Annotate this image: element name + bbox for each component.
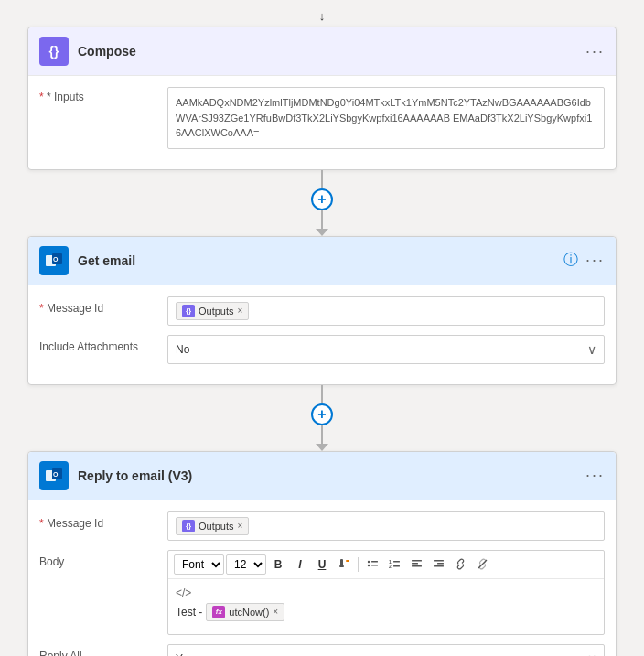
outputs-token-1: {} Outputs × [176,302,249,320]
include-attachments-row: Include Attachments No ∨ [39,335,605,364]
get-email-title: Get email [78,253,564,268]
underline-button[interactable]: U [312,554,332,575]
outlook-icon-2: O [39,461,69,490]
compose-inputs-text[interactable]: AAMkADQxNDM2YzlmlTljMDMtNDg0Yi04MTkxLTk1… [167,87,605,149]
compose-header: {} Compose ··· [28,27,616,76]
align-right-button[interactable] [428,554,448,575]
get-email-messageid-row: Message Id {} Outputs × [39,296,605,326]
svg-rect-16 [393,565,400,567]
get-email-body: Message Id {} Outputs × Include Attachme… [28,285,616,384]
svg-rect-6 [340,559,343,566]
reply-email-body: Message Id {} Outputs × Body Font [28,500,616,657]
svg-point-9 [367,561,369,563]
connector-arrow-1 [316,229,328,236]
svg-rect-17 [412,560,422,562]
editor-text: Test - [176,606,202,618]
chevron-down-icon-1: ∨ [587,342,596,357]
unlink-button[interactable] [472,554,492,575]
utc-token-label: utcNow() [229,607,269,618]
get-email-header: O Get email ⓘ ··· [28,237,616,285]
svg-rect-10 [371,561,378,563]
link-button[interactable] [450,554,470,575]
connector-line-2 [321,385,323,403]
token-close-1[interactable]: × [238,306,243,316]
outputs-token-2: {} Outputs × [176,517,249,535]
reply-all-value: Yes ∨ [167,644,605,657]
reply-email-header: O Reply to email (V3) ··· [28,452,616,500]
compose-inputs-label: * Inputs [39,87,167,103]
svg-rect-12 [371,565,378,566]
token-label-2: Outputs [199,521,234,532]
connector-1: + [27,170,617,236]
reply-email-more-button[interactable]: ··· [585,466,605,485]
chevron-down-icon-2: ∨ [587,651,596,657]
toolbar-divider-1 [358,557,359,572]
token-close-2[interactable]: × [238,521,243,531]
plus-circle-1[interactable]: + [311,188,333,210]
svg-text:O: O [53,471,59,478]
compose-inputs-row: * Inputs AAMkADQxNDM2YzlmlTljMDMtNDg0Yi0… [39,87,605,149]
connector-line-1b [321,210,323,229]
token-icon-2: {} [182,520,195,532]
connector-2: + [27,385,617,451]
plus-circle-2[interactable]: + [311,403,333,425]
svg-point-11 [367,565,369,566]
reply-all-row: Reply All Yes ∨ [39,644,605,657]
italic-button[interactable]: I [290,554,310,575]
editor-content[interactable]: </> Test - fx utcNow() × [168,579,604,634]
reply-messageid-row: Message Id {} Outputs × [39,511,605,541]
bold-button[interactable]: B [268,554,288,575]
align-left-button[interactable] [406,554,426,575]
utc-token: fx utcNow() × [206,603,284,621]
svg-text:O: O [53,256,59,263]
include-attachments-select[interactable]: No ∨ [167,335,605,364]
include-attachments-label: Include Attachments [39,335,167,353]
include-attachments-value: No ∨ [167,335,605,364]
token-label-1: Outputs [199,306,234,317]
token-icon-1: {} [182,305,195,317]
top-connector-arrow: ↓ [27,9,617,23]
utc-token-close[interactable]: × [273,607,278,617]
get-email-messageid-value: {} Outputs × [167,296,605,326]
bullet-list-button[interactable] [362,554,382,575]
connector-line-1 [321,170,323,188]
font-select[interactable]: Font [174,554,224,575]
reply-messageid-input[interactable]: {} Outputs × [167,511,605,541]
svg-text:2.: 2. [389,564,393,569]
compose-more-button[interactable]: ··· [585,42,605,61]
compose-inputs-value: AAMkADQxNDM2YzlmlTljMDMtNDg0Yi04MTkxLTk1… [167,87,605,149]
connector-line-2b [321,425,323,444]
numbered-list-button[interactable]: 1.2. [384,554,404,575]
get-email-card: O Get email ⓘ ··· Message Id {} Outputs … [27,236,617,385]
compose-body: * Inputs AAMkADQxNDM2YzlmlTljMDMtNDg0Yi0… [28,76,616,169]
svg-rect-20 [434,560,444,562]
reply-email-title: Reply to email (V3) [78,468,585,483]
editor-code-line: </> [176,586,596,599]
svg-rect-8 [346,560,349,562]
get-email-messageid-label: Message Id [39,296,167,315]
reply-all-select[interactable]: Yes ∨ [167,644,605,657]
compose-title: Compose [78,44,585,59]
editor-toolbar: Font 12 B I U [168,551,604,579]
get-email-messageid-input[interactable]: {} Outputs × [167,296,605,326]
svg-rect-19 [412,565,422,567]
get-email-info-button[interactable]: ⓘ [564,251,578,270]
svg-line-23 [478,560,487,568]
reply-messageid-value: {} Outputs × [167,511,605,541]
reply-messageid-label: Message Id [39,511,167,530]
reply-body-editor-container: Font 12 B I U [167,550,605,635]
reply-body-row: Body Font 12 B I U [39,550,605,635]
font-size-select[interactable]: 12 [226,554,266,575]
connector-arrow-2 [316,444,328,451]
body-editor[interactable]: Font 12 B I U [167,550,605,635]
paint-button[interactable] [334,554,354,575]
reply-email-card: O Reply to email (V3) ··· Message Id {} … [27,451,617,657]
compose-icon: {} [39,37,69,66]
svg-rect-22 [434,565,444,567]
reply-all-label: Reply All [39,644,167,657]
add-step-button-2[interactable]: + [311,403,333,425]
add-step-button-1[interactable]: + [311,188,333,210]
svg-rect-18 [412,563,418,565]
svg-rect-21 [437,563,444,565]
get-email-more-button[interactable]: ··· [585,251,605,270]
